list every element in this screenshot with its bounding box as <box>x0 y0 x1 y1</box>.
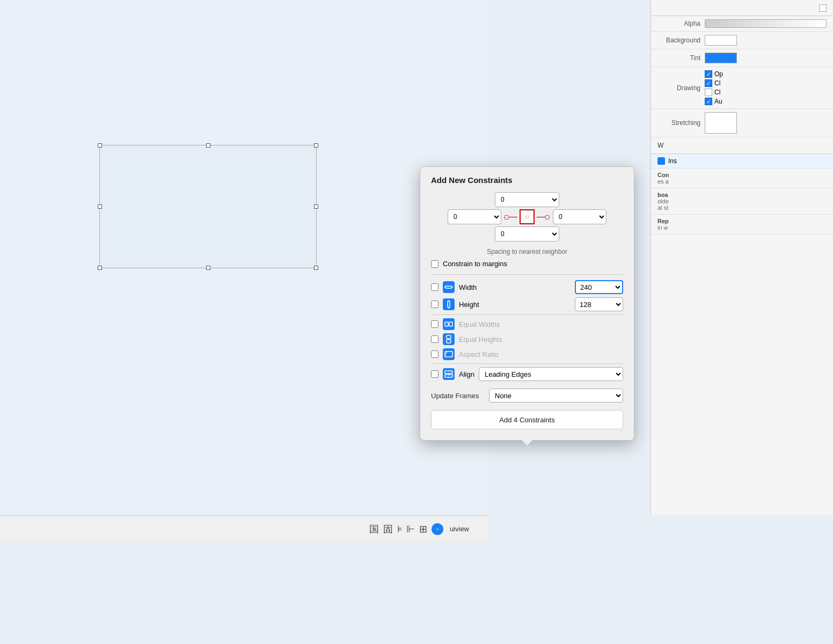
tint-label: Tint <box>657 54 700 62</box>
spacing-right-select[interactable]: 0 <box>553 209 607 224</box>
blue-circle-icon: ○ <box>432 523 443 535</box>
handle-middle-right[interactable] <box>314 204 318 209</box>
width-row: Width 240 <box>431 280 623 294</box>
drawing-cl1-row: ✓ Cl <box>705 79 723 87</box>
svg-rect-7 <box>449 322 452 326</box>
ins-label: Ins <box>668 157 677 165</box>
popup-title: Add New Constraints <box>431 175 623 185</box>
handle-middle-left[interactable] <box>98 204 102 209</box>
right-panel: Alpha Background Tint Drawing ✓ Op ✓ Cl … <box>651 0 833 515</box>
update-frames-select[interactable]: None Items of New Constraints All Frames… <box>489 389 623 402</box>
height-value-select[interactable]: 128 <box>575 297 623 311</box>
constrain-checkbox[interactable] <box>431 260 439 268</box>
svg-rect-8 <box>447 335 451 339</box>
con-title: Con <box>657 172 827 178</box>
bottom-bar: wAny hAny 国 固 ⊧ ⊩ ⊞ ○ uiview <box>0 515 488 542</box>
svg-rect-0 <box>445 286 452 288</box>
spacing-bottom-select[interactable]: 0 <box>495 226 559 241</box>
spacing-left-select[interactable]: 0 <box>448 209 501 224</box>
divider-3 <box>431 363 623 364</box>
spacing-note: Spacing to nearest neighbor <box>431 248 623 255</box>
spacing-top-select[interactable]: 0 <box>495 192 559 207</box>
aspect-ratio-checkbox[interactable] <box>431 350 439 358</box>
equal-heights-checkbox[interactable] <box>431 335 439 343</box>
stretching-control[interactable] <box>705 112 737 134</box>
right-panel-tint-row: Tint <box>651 49 833 67</box>
handle-top-center[interactable] <box>206 143 210 148</box>
svg-rect-10 <box>445 352 452 357</box>
bottom-icon-5[interactable]: ⊞ <box>419 523 427 535</box>
width-checkbox[interactable] <box>431 283 439 291</box>
bottom-bar-icons: 国 固 ⊧ ⊩ ⊞ ○ uiview <box>369 523 469 536</box>
stretching-label: Stretching <box>657 119 700 127</box>
bottom-icon-3[interactable]: ⊧ <box>397 523 402 535</box>
bottom-icon-4[interactable]: ⊩ <box>406 523 415 535</box>
drawing-op-label: Op <box>714 70 723 78</box>
constrain-label: Constrain to margins <box>443 260 507 268</box>
drawing-op-check[interactable]: ✓ <box>705 70 712 78</box>
rep-text: in w <box>657 224 827 231</box>
alpha-slider[interactable] <box>705 19 827 28</box>
height-checkbox[interactable] <box>431 301 439 308</box>
ins-checkbox[interactable] <box>657 157 665 165</box>
left-arrow-icon: ⟤— <box>503 212 517 222</box>
drawing-options: ✓ Op ✓ Cl Cl ✓ Au <box>705 70 723 105</box>
equal-heights-icon <box>443 333 455 345</box>
handle-bottom-right[interactable] <box>314 266 318 270</box>
w-label: W <box>657 142 663 149</box>
bottom-icon-2[interactable]: 固 <box>383 523 393 536</box>
drawing-cl1-label: Cl <box>714 79 720 87</box>
drawing-cl2-row: Cl <box>705 89 723 96</box>
update-frames-label: Update Frames <box>431 392 485 400</box>
drawing-au-check[interactable]: ✓ <box>705 98 712 105</box>
spacing-top-row: 0 <box>495 192 559 207</box>
equal-widths-label: Equal Widths <box>459 320 500 328</box>
tint-swatch[interactable] <box>705 53 737 63</box>
width-ins-row: W <box>651 137 833 154</box>
boa-row: boa olde al st <box>651 188 833 215</box>
drawing-au-label: Au <box>714 98 722 105</box>
top-checkbox-empty[interactable] <box>819 4 827 12</box>
rep-row: Rep in w <box>651 215 833 235</box>
background-swatch[interactable] <box>705 35 737 46</box>
svg-rect-6 <box>445 322 448 326</box>
divider-1 <box>431 274 623 275</box>
handle-bottom-left[interactable] <box>98 266 102 270</box>
right-panel-top-checkbox <box>819 4 827 12</box>
height-icon <box>443 298 455 310</box>
width-value-select[interactable]: 240 <box>575 280 623 294</box>
selected-view[interactable] <box>99 145 317 268</box>
uiview-label: uiview <box>450 525 469 533</box>
align-label: Align <box>459 370 474 378</box>
handle-top-right[interactable] <box>314 143 318 148</box>
align-icon <box>443 368 455 380</box>
update-frames-row: Update Frames None Items of New Constrai… <box>431 389 623 402</box>
drawing-op-row: ✓ Op <box>705 70 723 78</box>
aspect-ratio-label: Aspect Ratio <box>459 350 499 358</box>
drawing-cl1-check[interactable]: ✓ <box>705 79 712 87</box>
spacing-bottom-row: 0 <box>495 226 559 241</box>
constrain-row: Constrain to margins <box>431 260 623 268</box>
align-checkbox[interactable] <box>431 370 439 378</box>
background-label: Background <box>657 36 700 44</box>
bottom-icon-1[interactable]: 国 <box>369 523 379 536</box>
align-select[interactable]: Leading Edges Trailing Edges Top Edges B… <box>479 367 623 381</box>
add-constraints-button[interactable]: Add 4 Constraints <box>431 410 623 429</box>
divider-2 <box>431 314 623 315</box>
svg-rect-3 <box>448 301 450 308</box>
height-row: Height 128 <box>431 297 623 311</box>
right-panel-alpha-row: Alpha <box>651 16 833 32</box>
equal-heights-row: Equal Heights <box>431 333 623 345</box>
equal-widths-checkbox[interactable] <box>431 320 439 328</box>
drawing-cl2-check[interactable] <box>705 89 712 96</box>
equal-widths-row: Equal Widths <box>431 318 623 330</box>
right-panel-background-row: Background <box>651 32 833 49</box>
aspect-ratio-row: Aspect Ratio <box>431 348 623 360</box>
svg-rect-9 <box>447 340 451 343</box>
boa-title: boa <box>657 192 827 198</box>
handle-bottom-center[interactable] <box>206 266 210 270</box>
aspect-ratio-icon <box>443 348 455 360</box>
right-panel-drawing-row: Drawing ✓ Op ✓ Cl Cl ✓ Au <box>651 67 833 109</box>
handle-top-left[interactable] <box>98 143 102 148</box>
center-box-inner: □ <box>526 215 529 219</box>
